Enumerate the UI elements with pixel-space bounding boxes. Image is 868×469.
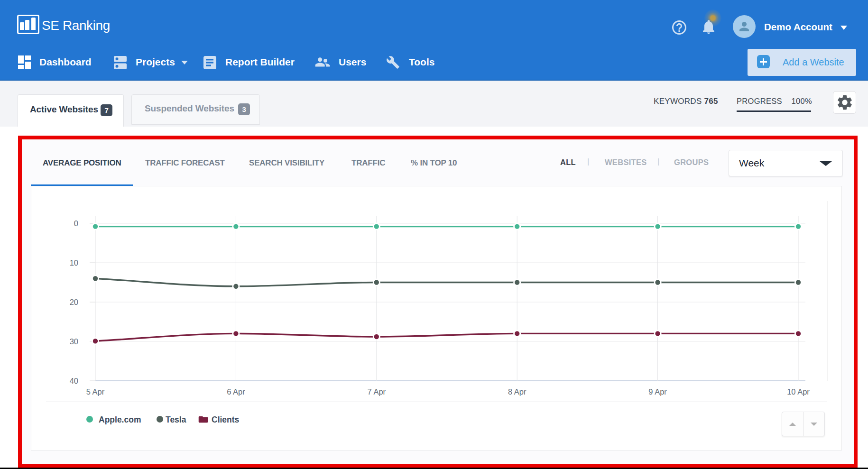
svg-text:8 Apr: 8 Apr: [508, 387, 526, 396]
svg-text:0: 0: [74, 219, 78, 228]
svg-text:9 Apr: 9 Apr: [648, 387, 667, 396]
svg-text:6 Apr: 6 Apr: [227, 387, 245, 396]
svg-text:30: 30: [70, 337, 78, 346]
svg-text:40: 40: [70, 377, 78, 385]
svg-text:10: 10: [70, 258, 78, 267]
svg-text:10 Apr: 10 Apr: [787, 387, 810, 396]
svg-text:7 Apr: 7 Apr: [368, 387, 386, 396]
svg-text:20: 20: [70, 298, 78, 306]
svg-text:5 Apr: 5 Apr: [86, 387, 105, 396]
